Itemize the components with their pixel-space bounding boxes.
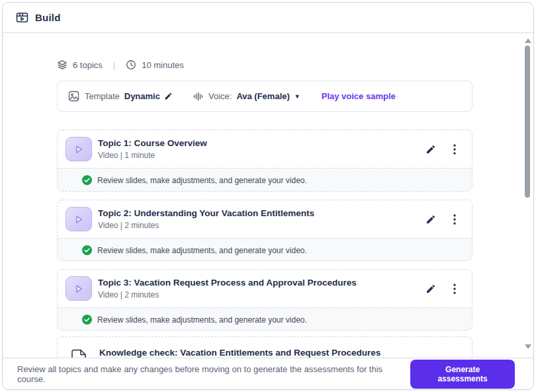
topic-card-2[interactable]: Topic 2: Understanding Your Vacation Ent… — [57, 200, 472, 261]
topic-status-text: Review slides, make adjustments, and gen… — [97, 176, 307, 185]
topic-card-header: Topic 2: Understanding Your Vacation Ent… — [58, 200, 472, 238]
topic-meta: Video | 1 minute — [98, 151, 207, 160]
topic-more-menu-button[interactable] — [452, 143, 457, 156]
topic-status-bar: Review slides, make adjustments, and gen… — [58, 307, 472, 331]
edit-topic-button[interactable] — [424, 282, 437, 295]
edit-topic-button[interactable] — [424, 143, 437, 156]
topic-meta: Video | 2 minutes — [98, 221, 314, 230]
template-value: Dynamic — [124, 91, 160, 101]
footer-bar: Review all topics and make any changes b… — [3, 358, 533, 389]
topic-card-header: Topic 1: Course Overview Video | 1 minut… — [58, 130, 472, 168]
scrollbar-thumb[interactable] — [525, 46, 530, 198]
voice-select[interactable]: Ava (Female) ▼ — [232, 91, 300, 101]
topic-more-menu-button[interactable] — [452, 282, 457, 295]
topic-title: Topic 1: Course Overview — [98, 138, 207, 148]
topics-count: 6 topics — [73, 60, 103, 70]
topic-title: Topic 3: Vacation Request Process and Ap… — [98, 278, 357, 288]
check-circle-icon — [82, 245, 92, 255]
footer-message: Review all topics and make any changes b… — [17, 364, 410, 384]
clock-icon — [126, 59, 136, 70]
voice-label: Voice: — [208, 91, 232, 101]
scrollbar-down-arrow[interactable] — [525, 344, 531, 349]
video-play-icon — [66, 207, 92, 231]
settings-bar: Template Dynamic — [57, 81, 472, 112]
template-image-icon — [68, 91, 79, 102]
template-label: Template — [85, 91, 120, 101]
topic-card-header: Knowledge check: Vacation Entitlements a… — [58, 337, 472, 358]
topic-status-bar: Review slides, make adjustments, and gen… — [58, 238, 472, 261]
page-title: Build — [35, 12, 61, 23]
build-panel: Build 6 topics | — [2, 2, 534, 390]
layers-icon — [57, 59, 67, 70]
video-play-icon — [66, 276, 92, 301]
topics-content: 6 topics | 10 minutes — [3, 33, 533, 358]
topic-status-text: Review slides, make adjustments, and gen… — [97, 315, 307, 325]
course-stats: 6 topics | 10 minutes — [57, 59, 184, 71]
check-circle-icon — [82, 175, 92, 185]
course-duration: 10 minutes — [142, 60, 184, 70]
voice-value: Ava (Female) — [236, 91, 289, 101]
knowledge-check-card[interactable]: Knowledge check: Vacation Entitlements a… — [57, 336, 472, 358]
edit-template-button[interactable] — [164, 92, 173, 100]
check-circle-icon — [82, 315, 92, 325]
voice-waveform-icon — [193, 91, 203, 102]
topic-meta: Video | 2 minutes — [98, 290, 357, 299]
stats-separator: | — [113, 60, 115, 70]
topic-title: Topic 2: Understanding Your Vacation Ent… — [98, 208, 314, 218]
topic-title: Knowledge check: Vacation Entitlements a… — [99, 348, 380, 358]
topic-card-3[interactable]: Topic 3: Vacation Request Process and Ap… — [57, 269, 472, 331]
topic-more-menu-button[interactable] — [452, 213, 457, 226]
generate-assessments-button[interactable]: Generate assessments — [410, 360, 515, 389]
build-screen: Build 6 topics | — [0, 0, 536, 392]
topic-status-text: Review slides, make adjustments, and gen… — [97, 246, 307, 255]
topic-card-header: Topic 3: Vacation Request Process and Ap… — [58, 270, 472, 307]
chevron-down-icon: ▼ — [294, 93, 300, 100]
edit-topic-button[interactable] — [424, 213, 437, 226]
build-icon — [16, 11, 28, 24]
topic-card-1[interactable]: Topic 1: Course Overview Video | 1 minut… — [57, 130, 472, 192]
scrollbar-up-arrow[interactable] — [525, 38, 531, 43]
play-voice-sample-link[interactable]: Play voice sample — [322, 91, 396, 101]
topic-status-bar: Review slides, make adjustments, and gen… — [58, 168, 472, 192]
panel-header: Build — [3, 3, 533, 33]
document-icon — [71, 349, 87, 358]
video-play-icon — [66, 137, 92, 161]
content-scrollbar[interactable] — [524, 33, 531, 358]
